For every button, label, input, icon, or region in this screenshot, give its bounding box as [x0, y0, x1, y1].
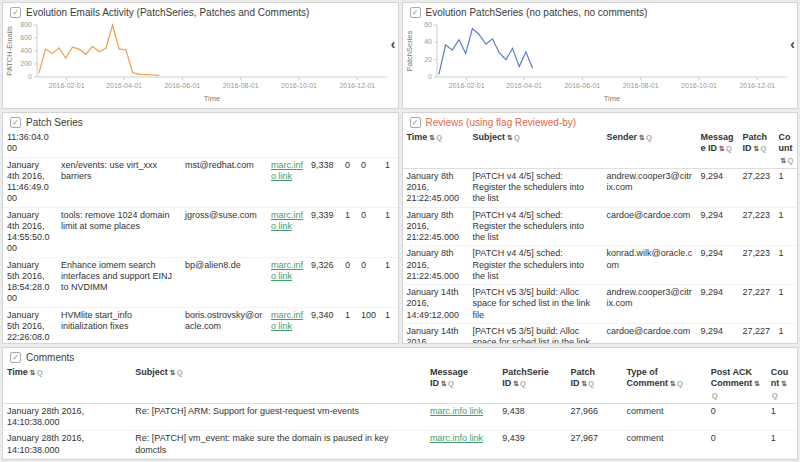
magnifier-icon[interactable]: Q	[436, 133, 442, 142]
table-header-row: Time⇅QSubject⇅QSender⇅QMessage ID⇅QPatch…	[403, 130, 798, 168]
column-header-patchserie-id[interactable]: PatchSerie ID⇅Q	[498, 365, 566, 403]
cell-sender: bp@alien8.de	[181, 257, 267, 307]
cell-patch-id: 27,966	[566, 403, 622, 431]
sort-icon[interactable]: ⇅	[513, 380, 519, 387]
magnifier-icon[interactable]: Q	[677, 379, 683, 388]
sort-icon[interactable]: ⇅	[639, 134, 645, 141]
cell-num-a: 0	[341, 257, 357, 307]
sort-icon[interactable]: ⇅	[429, 134, 435, 141]
marc-info-link[interactable]: marc.info link	[271, 160, 303, 181]
check-icon: ✓	[410, 7, 421, 18]
magnifier-icon[interactable]: Q	[514, 133, 520, 142]
column-header-post-ack-comment[interactable]: Post ACK Comment⇅Q	[707, 365, 767, 403]
cell-time: January 28th 2016, 14:10:38.000	[3, 431, 131, 459]
cell-count: 1	[767, 431, 797, 459]
panel-header: ✓ Evolution PatchSeries (no patches, no …	[403, 3, 798, 20]
magnifier-icon[interactable]: Q	[760, 144, 766, 153]
sort-icon[interactable]: ⇅	[507, 134, 513, 141]
table-row: January 28th 2016, 14:10:38.000Re: [PATC…	[3, 431, 797, 459]
marc-info-link[interactable]: marc.info link	[271, 310, 303, 331]
magnifier-icon[interactable]: Q	[37, 368, 43, 377]
cell-num-b: 100	[357, 307, 381, 344]
sort-icon[interactable]: ⇅	[719, 145, 725, 152]
panel-patchseries-evolution: ✓ Evolution PatchSeries (no patches, no …	[402, 2, 799, 109]
cell-patchserie-id: 9,438	[498, 403, 566, 431]
sort-icon[interactable]: ⇅	[170, 369, 176, 376]
cell-sender: jgross@suse.com	[181, 207, 267, 257]
collapse-chevron-icon[interactable]: ‹	[391, 39, 396, 49]
cell-count: 1	[381, 207, 398, 257]
cell-message-id: 9,294	[697, 323, 739, 344]
sort-icon[interactable]: ⇅	[754, 145, 760, 152]
svg-text:600: 600	[20, 34, 32, 41]
cell-count: 1	[775, 246, 798, 285]
magnifier-icon[interactable]: Q	[177, 368, 183, 377]
table-row: January 4th 2016, 11:46:49.000xen/events…	[3, 157, 398, 207]
sort-icon[interactable]: ⇅	[781, 380, 787, 387]
reviews-table: Time⇅QSubject⇅QSender⇅QMessage ID⇅QPatch…	[403, 130, 798, 344]
cell-subject: [PATCH v4 4/5] sched: Register the sched…	[469, 207, 603, 246]
magnifier-icon[interactable]: Q	[712, 391, 718, 400]
column-header-type-of-comment[interactable]: Type of Comment⇅Q	[623, 365, 707, 403]
table-row: January 28th 2016, 14:10:38.000Re: [PATC…	[3, 403, 797, 431]
magnifier-icon[interactable]: Q	[772, 391, 778, 400]
column-header-patch-id[interactable]: Patch ID⇅Q	[566, 365, 622, 403]
panel-emails-activity: ✓ Evolution Emails Activity (PatchSeries…	[2, 2, 399, 109]
cell-message-id: marc.info link	[267, 207, 307, 257]
check-icon: ✓	[410, 117, 421, 128]
cell-num-b: 0	[357, 157, 381, 207]
magnifier-icon[interactable]: Q	[787, 156, 793, 165]
cell-sender: mst@redhat.com	[181, 157, 267, 207]
column-header-subject[interactable]: Subject⇅Q	[131, 365, 426, 403]
column-label: Time	[407, 132, 428, 142]
svg-text:2016-08-01: 2016-08-01	[223, 82, 259, 89]
bottom-row: ✓ Comments Time⇅QSubject⇅QMessage ID⇅QPa…	[2, 347, 798, 460]
magnifier-icon[interactable]: Q	[646, 133, 652, 142]
column-header-patch-id[interactable]: Patch ID⇅Q	[739, 130, 775, 168]
sort-icon[interactable]: ⇅	[581, 380, 587, 387]
column-header-count[interactable]: Count⇅Q	[775, 130, 798, 168]
sort-icon[interactable]: ⇅	[670, 380, 676, 387]
column-header-count[interactable]: Count⇅Q	[767, 365, 797, 403]
column-header-subject[interactable]: Subject⇅Q	[469, 130, 603, 168]
marc-info-link[interactable]: marc.info link	[430, 433, 483, 443]
cell-message-id: 9,294	[697, 246, 739, 285]
column-header-message-id[interactable]: Message ID⇅Q	[697, 130, 739, 168]
marc-info-link[interactable]: marc.info link	[430, 406, 483, 416]
cell-subject: Re: [PATCH] vm_event: make sure the doma…	[131, 431, 426, 459]
magnifier-icon[interactable]: Q	[726, 144, 732, 153]
cell-message-id: marc.info link	[267, 307, 307, 344]
column-header-time[interactable]: Time⇅Q	[3, 365, 131, 403]
cell-num-b: 0	[357, 257, 381, 307]
sort-icon[interactable]: ⇅	[754, 380, 760, 387]
sort-icon[interactable]: ⇅	[441, 380, 447, 387]
svg-text:2016-02-01: 2016-02-01	[448, 82, 484, 89]
cell-patchserie-id: 9,338	[307, 157, 341, 207]
check-icon: ✓	[10, 352, 21, 363]
cell-count: 1	[381, 257, 398, 307]
column-header-time[interactable]: Time⇅Q	[403, 130, 469, 168]
marc-info-link[interactable]: marc.info link	[271, 210, 303, 231]
column-header-sender[interactable]: Sender⇅Q	[603, 130, 697, 168]
panel-header: ✓ Reviews (using flag Reviewed-by)	[403, 113, 798, 130]
marc-info-link[interactable]: marc.info link	[271, 260, 303, 281]
cell-message-id: 9,294	[697, 207, 739, 246]
patchseries-evolution-chart[interactable]: 02040602016-02-012016-04-012016-06-01201…	[403, 20, 795, 105]
column-header-message-id[interactable]: Message ID⇅Q	[426, 365, 498, 403]
svg-text:2016-02-01: 2016-02-01	[49, 82, 85, 89]
table-row: 11:36:04.000	[3, 130, 398, 157]
magnifier-icon[interactable]: Q	[520, 379, 526, 388]
magnifier-icon[interactable]: Q	[448, 379, 454, 388]
column-label: Sender	[607, 132, 638, 142]
sort-icon[interactable]: ⇅	[30, 369, 36, 376]
magnifier-icon[interactable]: Q	[588, 379, 594, 388]
cell-count: 1	[775, 285, 798, 324]
svg-text:2016-06-01: 2016-06-01	[164, 82, 200, 89]
table-row: February 1st 2016, 16:35:50.000Re: [PATC…	[3, 458, 797, 460]
collapse-chevron-icon[interactable]: ‹	[790, 39, 795, 49]
table-header-row: Time⇅QSubject⇅QMessage ID⇅QPatchSerie ID…	[3, 365, 797, 403]
emails-activity-chart[interactable]: 02004006008002016-02-012016-04-012016-06…	[3, 20, 395, 105]
sort-icon[interactable]: ⇅	[781, 157, 787, 164]
cell-count: 1	[775, 168, 798, 207]
cell-subject: Re: [PATCH v2 1/2] altp2m: Merge p2m_set…	[131, 458, 426, 460]
